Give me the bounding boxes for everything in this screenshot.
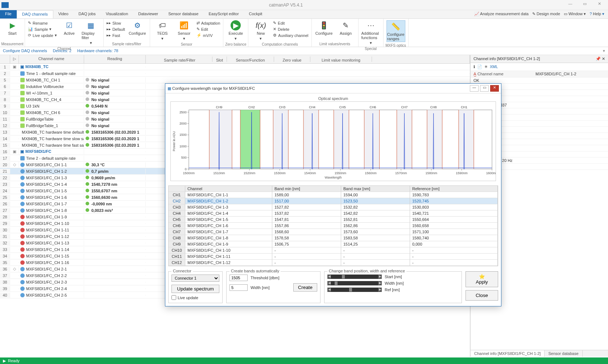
connector-select[interactable]: Connector 1 (171, 275, 219, 282)
display-filter-button[interactable]: ▦Display filter▾ (82, 20, 100, 45)
tool-star-icon[interactable]: ✳ (484, 64, 488, 69)
close-dialog-button[interactable]: Close (466, 290, 498, 301)
start-button[interactable]: ▶Start (3, 20, 22, 35)
wl-row[interactable]: CH10MXFS8DI1/FC_CH 1-10--- (169, 247, 498, 254)
delete-button[interactable]: ✕ Delete (273, 26, 308, 32)
live-update-button[interactable]: ⟳ Live update ▾ (28, 33, 57, 38)
fast-button[interactable]: ▸▸ Fast (107, 33, 125, 38)
help-menu[interactable]: ? Help ▾ (590, 12, 604, 17)
optical-spectrum-chart[interactable]: 050010001500200025001500nm1510nm1520nm15… (170, 101, 496, 181)
wl-row[interactable]: CH7MXFS8DI1/FC_CH 1-71568,601573,601571,… (169, 229, 498, 235)
slow-button[interactable]: ▸▸ Slow (107, 20, 125, 26)
tab-daq-channels[interactable]: DAQ channels (17, 10, 53, 18)
tab-easyscript[interactable]: EasyScript editor (203, 10, 244, 18)
mvv-button[interactable]: ⚡ mV/V (197, 33, 220, 38)
col-channel-name[interactable]: Channel name (19, 55, 84, 63)
wl-row[interactable]: CH4MXFS8DI1/FC_CH 1-41537,821542,821540,… (169, 210, 498, 217)
col-sensorfn[interactable]: Sensor/Function (227, 57, 274, 62)
execute-button[interactable]: ▶Execute▾ (226, 20, 245, 41)
tab-dataviewer[interactable]: Dataviewer (133, 10, 163, 18)
foot-tab-channel-info[interactable]: Channel info [MXFS8DI1/FC_CH 1-2] (471, 350, 545, 357)
create-button[interactable]: Create (293, 283, 317, 292)
default-button[interactable]: ▸▸ Default (107, 26, 125, 32)
configure-ranges-button[interactable]: 📏Configure ranges (386, 20, 405, 42)
subheader-dropdown[interactable]: ▾ (603, 49, 605, 53)
col-reading[interactable]: Reading (84, 55, 146, 63)
dialog-min[interactable]: — (470, 85, 479, 92)
assign-button[interactable]: ✎Assign (336, 20, 355, 35)
width-input[interactable] (229, 284, 248, 291)
dialog-titlebar[interactable]: ▦ Configure wavelength range for MXFS8DI… (165, 84, 501, 93)
limits-configure-button[interactable]: 🚦Configure (315, 20, 334, 35)
update-spectrum-button[interactable]: Update spectrum (171, 285, 219, 293)
wl-row[interactable]: CH5MXFS8DI1/FC_CH 1-51547,811552,811550,… (169, 217, 498, 223)
change-band-group: Change band position, width and referenc… (324, 271, 462, 303)
live-update-checkbox[interactable]: Live update (171, 295, 219, 300)
threshold-input[interactable] (229, 275, 248, 281)
rightpane-pin-close[interactable]: 📌 ✕ (596, 57, 605, 61)
sample-button[interactable]: 📊 Sample ▾ (28, 26, 57, 32)
wl-row[interactable]: CH6MXFS8DI1/FC_CH 1-61557,861562,861560,… (169, 223, 498, 229)
ref-slider[interactable]: ◀▶ (327, 288, 382, 292)
wl-row[interactable]: CH11MXFS8DI1/FC_CH 1-11--- (169, 254, 498, 260)
tab-cockpit[interactable]: Cockpit (244, 10, 268, 18)
edit-button[interactable]: ✎ Edit (197, 26, 220, 32)
xml-link[interactable]: XML (490, 64, 498, 69)
sensor-button[interactable]: 📶Sensor▾ (175, 20, 194, 41)
rename-button[interactable]: ✎ Rename (28, 20, 57, 26)
wl-row[interactable]: CH1MXFS8DI1/FC_CH 1-11589,001594,001590,… (169, 192, 498, 198)
svg-text:1520nm: 1520nm (244, 171, 255, 175)
wl-col-bandmin[interactable]: Band min [nm] (272, 186, 341, 192)
foot-tab-sensordb[interactable]: Sensor database (545, 350, 582, 357)
tool-info-icon[interactable]: ℹ (473, 64, 475, 69)
adaptation-button[interactable]: ⇄ Adaptation (197, 20, 220, 26)
minimize-button[interactable]: — (563, 1, 578, 9)
design-mode-link[interactable]: ✎ Design mode (532, 12, 560, 17)
tab-video[interactable]: Video (53, 10, 74, 18)
tool-doc-icon[interactable]: 📄 (477, 64, 482, 69)
teds-button[interactable]: 🏷TEDS▾ (153, 20, 172, 41)
col-samplerate[interactable]: Sample rate/Filter (147, 57, 212, 62)
width-slider[interactable]: ◀▶ (327, 281, 382, 285)
aux-channel-button[interactable]: ⚙ Auxiliary channel (273, 33, 308, 38)
tab-daq-jobs[interactable]: DAQ jobs (74, 10, 101, 18)
group-computation: Computation channels (248, 42, 311, 47)
col-limit[interactable]: Limit value monitoring (310, 57, 372, 62)
wl-col-reference[interactable]: Reference [nm] (410, 186, 498, 192)
wl-row[interactable]: CH3MXFS8DI1/FC_CH 1-31527,821532,821530,… (169, 204, 498, 210)
col-zero[interactable]: Zero value (274, 57, 310, 62)
channel-row[interactable]: 2 Time 1 - default sample rate (0, 70, 470, 77)
tab-visualization[interactable]: Visualization (101, 10, 133, 18)
configure-daq-link[interactable]: Configure DAQ channels (3, 49, 47, 53)
additional-functions-button[interactable]: ⋯Additional functions▾ (361, 20, 380, 45)
svg-rect-69 (459, 110, 474, 169)
start-slider[interactable]: ◀▶ (327, 275, 382, 279)
apply-button[interactable]: ⭐Apply (466, 271, 498, 287)
active-button[interactable]: ☑Active (60, 20, 79, 35)
devices-link[interactable]: Devices: 2 (53, 49, 71, 53)
tab-sensor-database[interactable]: Sensor database (163, 10, 203, 18)
wl-row[interactable]: CH8MXFS8DI1/FC_CH 1-81578,581583,581580,… (169, 235, 498, 241)
maximize-button[interactable]: ▭ (578, 1, 592, 9)
wl-col-bandmax[interactable]: Band max [nm] (341, 186, 410, 192)
configure-button[interactable]: ⚙Configure (128, 20, 147, 35)
svg-text:1500: 1500 (179, 133, 187, 137)
channel-row[interactable]: 5 MX840B_TC_CH 1 No signal (0, 77, 470, 83)
wl-row[interactable]: CH2MXFS8DI1/FC_CH 1-21517,001523,501520,… (169, 198, 498, 204)
channel-row[interactable]: 1▣▣ MX840B_TC (0, 64, 470, 70)
dialog-close[interactable]: ✕ (490, 85, 499, 92)
wl-row[interactable]: CH9MXFS8DI1/FC_CH 1-91506,751514,250,000 (169, 241, 498, 247)
analyze-link[interactable]: 📈 Analyze measurement data (474, 12, 529, 17)
svg-rect-57 (364, 110, 380, 169)
window-menu[interactable]: ▭ Window ▾ (564, 12, 586, 17)
new-button[interactable]: f(x)New▾ (251, 20, 270, 41)
ref-label: Ref [nm] (385, 288, 400, 292)
hwchannels-link[interactable]: Hardware channels: 78 (77, 49, 118, 53)
wl-col-channel[interactable]: Channel (185, 186, 272, 192)
col-slot[interactable]: Slot (212, 57, 227, 62)
tab-file[interactable]: File (0, 10, 17, 18)
dialog-max[interactable]: ▭ (480, 85, 489, 92)
comp-edit-button[interactable]: ✎ Edit (273, 20, 308, 26)
wl-row[interactable]: CH12MXFS8DI1/FC_CH 1-12--- (169, 260, 498, 266)
close-button[interactable]: ✕ (592, 1, 607, 9)
